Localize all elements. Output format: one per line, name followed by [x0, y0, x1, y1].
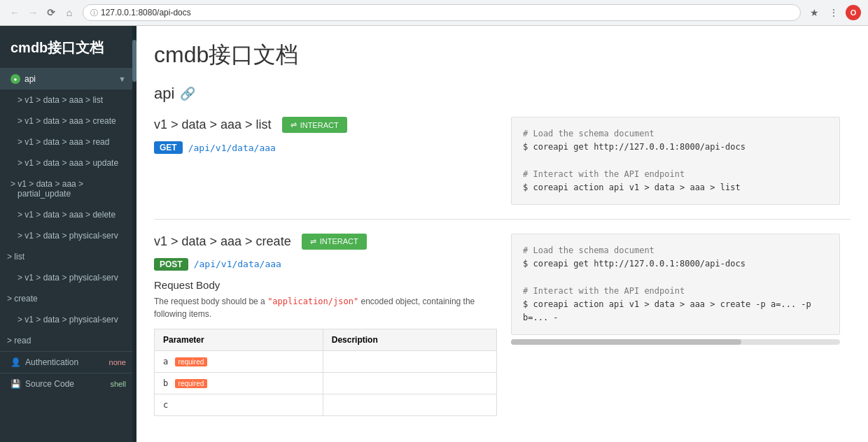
- home-button[interactable]: ⌂: [62, 5, 77, 20]
- create-code-block: # Load the schema document $ coreapi get…: [511, 234, 840, 335]
- create-code-line5: $ coreapi action api v1 > data > aaa > c…: [523, 298, 828, 325]
- section-list: v1 > data > aaa > list ⇌ INTERACT GET /a…: [154, 117, 850, 205]
- sidebar-item-phys3[interactable]: > v1 > data > physical-serv: [0, 309, 136, 330]
- param-row-b: b required: [155, 372, 497, 394]
- link-icon: 🔗: [180, 86, 195, 101]
- sidebar-api-label: api: [24, 74, 36, 84]
- sidebar-create-label: > v1 > data > aaa > create: [18, 116, 116, 126]
- list-endpoint-path: /api/v1/data/aaa: [188, 143, 276, 153]
- interact-label: INTERACT: [300, 121, 339, 129]
- param-c-cell: c: [155, 394, 323, 415]
- auth-label: 👤 Authentication: [10, 357, 78, 367]
- list-interact-button[interactable]: ⇌ INTERACT: [282, 117, 347, 133]
- list-method-badge: GET: [154, 141, 183, 154]
- sidebar-item-update[interactable]: > v1 > data > aaa > update: [0, 152, 136, 173]
- sidebar: cmdb接口文档 ● api ▼ > v1 > data > aaa > lis…: [0, 26, 136, 442]
- request-body-title: Request Body: [154, 279, 497, 291]
- list-code-block: # Load the schema document $ coreapi get…: [511, 117, 840, 205]
- param-c-desc: [323, 394, 496, 415]
- param-b-cell: b required: [155, 372, 323, 394]
- sidebar-phys1-label: > v1 > data > physical-serv: [18, 231, 118, 241]
- list-code-line3: [523, 154, 828, 167]
- sidebar-item-create[interactable]: > v1 > data > aaa > create: [0, 110, 136, 131]
- page-title: cmdb接口文档: [154, 40, 850, 71]
- circle-icon: ●: [10, 74, 20, 84]
- section-create-right: # Load the schema document $ coreapi get…: [511, 234, 840, 416]
- sidebar-list2-label: > list: [7, 252, 24, 262]
- section-list-left: v1 > data > aaa > list ⇌ INTERACT GET /a…: [154, 117, 511, 205]
- lock-icon: ⓘ: [90, 8, 98, 18]
- sidebar-scrollbar-thumb: [132, 40, 136, 82]
- sidebar-item-list[interactable]: > v1 > data > aaa > list: [0, 90, 136, 110]
- section-list-right: # Load the schema document $ coreapi get…: [511, 117, 840, 205]
- request-body-mime: "application/json": [267, 297, 358, 306]
- user-icon: 👤: [10, 357, 21, 367]
- sidebar-item-read2[interactable]: > read: [0, 330, 136, 351]
- sidebar-create2-label: > create: [7, 294, 38, 304]
- param-header-parameter: Parameter: [155, 329, 323, 350]
- create-title-text: v1 > data > aaa > create: [154, 234, 291, 249]
- create-endpoint-path: /api/v1/data/aaa: [194, 259, 281, 269]
- create-code-line2: $ coreapi get http://127.0.0.1:8000/api-…: [523, 257, 828, 271]
- source-code-text: Source Code: [25, 379, 74, 389]
- param-a-required: required: [175, 357, 208, 366]
- create-interact-icon: ⇌: [310, 237, 316, 246]
- sidebar-item-phys1[interactable]: > v1 > data > physical-serv: [0, 225, 136, 246]
- menu-button[interactable]: ⋮: [826, 5, 841, 20]
- sidebar-item-api[interactable]: ● api ▼: [0, 69, 136, 90]
- sidebar-item-delete[interactable]: > v1 > data > aaa > delete: [0, 204, 136, 225]
- sidebar-item-partial-update[interactable]: > v1 > data > aaa >partial_update: [0, 173, 136, 204]
- api-heading: api 🔗: [154, 85, 850, 103]
- param-table: Parameter Description a required: [154, 329, 497, 416]
- list-code-line4: # Interact with the API endpoint: [523, 168, 828, 181]
- sidebar-item-read[interactable]: > v1 > data > aaa > read: [0, 131, 136, 152]
- create-code-line1: # Load the schema document: [523, 244, 828, 257]
- nav-buttons: ← → ⟳ ⌂: [7, 5, 77, 20]
- sidebar-item-phys2[interactable]: > v1 > data > physical-serv: [0, 267, 136, 288]
- code-scroll-thumb: [511, 339, 741, 345]
- param-a-cell: a required: [155, 350, 323, 372]
- api-label: api: [154, 85, 174, 103]
- create-section-title: v1 > data > aaa > create ⇌ INTERACT: [154, 234, 497, 250]
- chrome-actions: ★ ⋮ O: [806, 5, 861, 20]
- create-code-line3: [523, 271, 828, 284]
- source-code-label: 💾 Source Code: [10, 379, 74, 389]
- section-create-left: v1 > data > aaa > create ⇌ INTERACT POST…: [154, 234, 511, 416]
- sidebar-scrollbar: [132, 26, 136, 442]
- refresh-button[interactable]: ⟳: [43, 5, 59, 20]
- browser-chrome: ← → ⟳ ⌂ ⓘ 127.0.0.1:8080/api-docs ★ ⋮ O: [0, 0, 868, 26]
- sidebar-list-label: > v1 > data > aaa > list: [18, 95, 103, 105]
- section-create: v1 > data > aaa > create ⇌ INTERACT POST…: [154, 234, 850, 416]
- content-inner: cmdb接口文档 api 🔗 v1 > data > aaa > list ⇌ …: [136, 26, 868, 430]
- sidebar-item-authentication[interactable]: 👤 Authentication none: [0, 351, 136, 373]
- sidebar-partial-label: > v1 > data > aaa >partial_update: [10, 179, 83, 199]
- address-bar[interactable]: ⓘ 127.0.0.1:8080/api-docs: [83, 4, 801, 21]
- param-header-description: Description: [323, 329, 496, 350]
- param-c-name: c: [163, 400, 168, 410]
- list-code-line2: $ coreapi get http://127.0.0.1:8000/api-…: [523, 141, 828, 154]
- list-code-line5: $ coreapi action api v1 > data > aaa > l…: [523, 181, 828, 194]
- param-a-name: a: [163, 357, 168, 366]
- param-a-desc: [323, 350, 496, 372]
- list-code-line1: # Load the schema document: [523, 127, 828, 141]
- request-body-pre: The request body should be a: [154, 297, 267, 306]
- sidebar-read-label: > v1 > data > aaa > read: [18, 137, 109, 147]
- bookmark-button[interactable]: ★: [806, 5, 822, 20]
- create-method-badge: POST: [154, 258, 188, 271]
- list-title-text: v1 > data > aaa > list: [154, 117, 272, 132]
- param-b-required: required: [175, 379, 208, 388]
- interact-icon: ⇌: [290, 120, 297, 129]
- profile-icon[interactable]: O: [846, 5, 861, 20]
- create-code-line4: # Interact with the API endpoint: [523, 285, 828, 298]
- auth-text: Authentication: [25, 357, 78, 367]
- create-interact-button[interactable]: ⇌ INTERACT: [302, 234, 367, 250]
- code-scroll-bar: [511, 339, 840, 345]
- sidebar-item-create2[interactable]: > create: [0, 288, 136, 309]
- param-row-c: c: [155, 394, 497, 415]
- sidebar-phys3-label: > v1 > data > physical-serv: [18, 315, 118, 325]
- sidebar-title: cmdb接口文档: [0, 26, 136, 69]
- sidebar-item-list2[interactable]: > list: [0, 246, 136, 267]
- forward-button[interactable]: →: [25, 5, 41, 20]
- back-button[interactable]: ←: [7, 5, 22, 20]
- sidebar-item-source-code[interactable]: 💾 Source Code shell: [0, 373, 136, 394]
